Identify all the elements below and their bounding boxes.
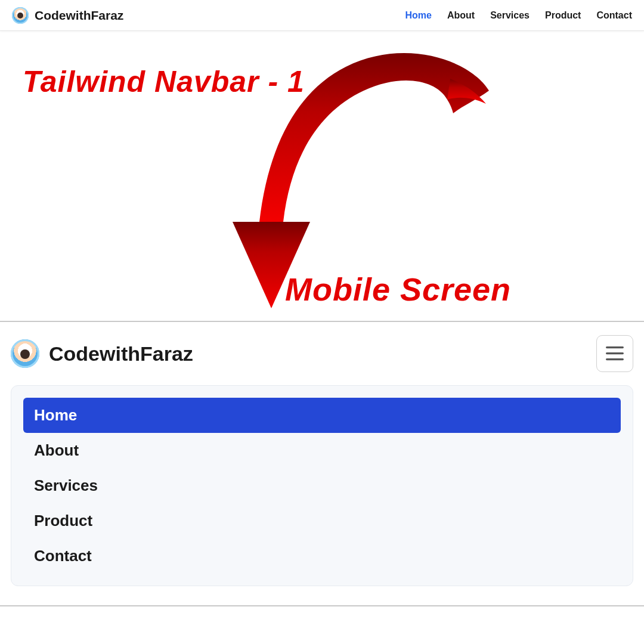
mobile-navbar-top: CodewithFaraz	[11, 335, 633, 372]
nav-link-product[interactable]: Product	[545, 10, 581, 21]
mobile-menu-item-services[interactable]: Services	[23, 468, 621, 503]
mobile-menu-item-product[interactable]: Product	[23, 503, 621, 538]
mobile-brand-title: CodewithFaraz	[49, 342, 193, 366]
mobile-menu-item-home[interactable]: Home	[23, 398, 621, 433]
nav-link-contact[interactable]: Contact	[596, 10, 632, 21]
mobile-brand-logo-icon	[11, 339, 39, 368]
brand-block: CodewithFaraz	[12, 7, 123, 24]
nav-link-services[interactable]: Services	[490, 10, 530, 21]
brand-title: CodewithFaraz	[35, 8, 123, 23]
desktop-nav-links: Home About Services Product Contact	[405, 10, 632, 21]
annotation-area: Tailwind Navbar - 1 Mobile Screen	[0, 31, 644, 322]
hamburger-icon	[606, 346, 624, 361]
mobile-brand-block: CodewithFaraz	[11, 339, 193, 368]
annotation-heading-bottom: Mobile Screen	[285, 271, 511, 308]
desktop-navbar: CodewithFaraz Home About Services Produc…	[0, 0, 644, 31]
mobile-menu-item-contact[interactable]: Contact	[23, 538, 621, 574]
nav-link-home[interactable]: Home	[405, 10, 431, 21]
svg-rect-2	[606, 358, 624, 360]
mobile-menu-panel: Home About Services Product Contact	[11, 385, 633, 586]
mobile-menu-item-about[interactable]: About	[23, 433, 621, 468]
mobile-navbar-section: CodewithFaraz Home About Services Produc…	[0, 322, 644, 606]
hamburger-button[interactable]	[596, 335, 633, 372]
nav-link-about[interactable]: About	[447, 10, 475, 21]
svg-rect-1	[606, 352, 624, 354]
svg-rect-0	[606, 346, 624, 348]
brand-logo-icon	[12, 7, 29, 24]
